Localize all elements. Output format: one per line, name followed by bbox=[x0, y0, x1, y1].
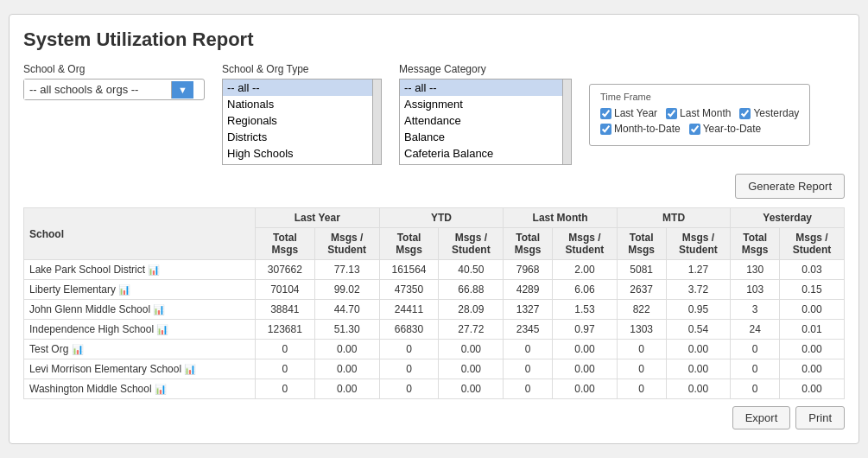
cell-lm-msgs: 0.00 bbox=[552, 340, 617, 359]
table-row: Independence High School 📊 123681 51.30 … bbox=[24, 320, 845, 340]
cell-yd-msgs: 0.01 bbox=[780, 320, 845, 340]
month-to-date-checkbox-label[interactable]: Month-to-Date bbox=[600, 123, 681, 135]
msg-item-attendance[interactable]: Attendance bbox=[400, 112, 562, 129]
table-body: Lake Park School District 📊 307662 77.13… bbox=[24, 260, 845, 399]
chart-icon[interactable]: 📊 bbox=[153, 304, 165, 315]
msg-item-assignment[interactable]: Assignment bbox=[400, 96, 562, 112]
chart-icon[interactable]: 📊 bbox=[156, 324, 168, 334]
cell-ly-total: 307662 bbox=[255, 260, 314, 280]
yesterday-checkbox-label[interactable]: Yesterday bbox=[739, 107, 799, 119]
school-org-type-listbox[interactable]: -- all -- Nationals Regionals Districts … bbox=[222, 79, 382, 165]
print-button[interactable]: Print bbox=[795, 406, 845, 429]
year-to-date-checkbox[interactable] bbox=[689, 124, 700, 135]
year-to-date-label: Year-to-Date bbox=[703, 123, 762, 135]
cell-lm-msgs: 0.00 bbox=[552, 359, 617, 379]
sub-ly-total: TotalMsgs bbox=[255, 228, 314, 260]
cell-ly-total: 123681 bbox=[255, 320, 314, 340]
cell-yd-total: 0 bbox=[731, 379, 780, 399]
listbox-item-nationals[interactable]: Nationals bbox=[223, 96, 372, 112]
cell-lm-msgs: 6.06 bbox=[552, 280, 617, 300]
cell-ytd-msgs: 0.00 bbox=[439, 359, 504, 379]
listbox-item-districts[interactable]: Districts bbox=[223, 129, 372, 145]
month-to-date-checkbox[interactable] bbox=[600, 124, 611, 135]
last-year-checkbox-label[interactable]: Last Year bbox=[600, 107, 657, 119]
school-org-input[interactable] bbox=[24, 80, 171, 99]
cell-ly-msgs: 44.70 bbox=[314, 300, 379, 320]
cell-school: John Glenn Middle School 📊 bbox=[24, 300, 256, 320]
yesterday-label: Yesterday bbox=[753, 107, 799, 119]
generate-report-button[interactable]: Generate Report bbox=[735, 174, 845, 199]
cell-yd-msgs: 0.15 bbox=[780, 280, 845, 300]
cell-ly-msgs: 0.00 bbox=[314, 340, 379, 359]
message-category-listbox[interactable]: -- all -- Assignment Attendance Balance … bbox=[399, 79, 572, 165]
last-year-checkbox[interactable] bbox=[600, 108, 611, 119]
listbox-item-all[interactable]: -- all -- bbox=[223, 80, 372, 96]
cell-ly-msgs: 0.00 bbox=[314, 359, 379, 379]
export-button[interactable]: Export bbox=[732, 406, 791, 429]
cell-mtd-msgs: 0.00 bbox=[666, 359, 731, 379]
cell-yd-msgs: 0.00 bbox=[780, 359, 845, 379]
school-org-dropdown-arrow[interactable]: ▼ bbox=[171, 81, 193, 99]
chart-icon[interactable]: 📊 bbox=[72, 344, 84, 354]
generate-btn-row: Generate Report bbox=[23, 174, 845, 199]
last-month-checkbox[interactable] bbox=[666, 108, 677, 119]
school-org-select-wrapper[interactable]: ▼ bbox=[23, 79, 205, 100]
sub-ytd-total: TotalMsgs bbox=[379, 228, 439, 260]
yesterday-checkbox[interactable] bbox=[739, 108, 751, 119]
message-category-filter: Message Category -- all -- Assignment At… bbox=[399, 63, 572, 165]
sub-ytd-msgs: Msgs /Student bbox=[439, 228, 504, 260]
table-row: John Glenn Middle School 📊 38841 44.70 2… bbox=[24, 300, 845, 320]
cell-lm-msgs: 0.97 bbox=[552, 320, 617, 340]
cell-ytd-total: 47350 bbox=[379, 280, 439, 300]
chart-icon[interactable]: 📊 bbox=[148, 264, 160, 275]
table-row: Washington Middle School 📊 0 0.00 0 0.00… bbox=[24, 379, 845, 399]
cell-mtd-total: 0 bbox=[617, 379, 666, 399]
cell-mtd-total: 0 bbox=[617, 359, 666, 379]
chart-icon[interactable]: 📊 bbox=[184, 364, 196, 374]
cell-ytd-msgs: 40.50 bbox=[439, 260, 504, 280]
cell-school: Test Org 📊 bbox=[24, 340, 256, 359]
timeframe-title: Time Frame bbox=[600, 92, 799, 102]
message-category-list[interactable]: -- all -- Assignment Attendance Balance … bbox=[400, 80, 562, 164]
listbox-item-high-schools[interactable]: High Schools bbox=[223, 145, 372, 162]
cell-ytd-total: 0 bbox=[379, 359, 439, 379]
cell-lm-msgs: 1.53 bbox=[552, 300, 617, 320]
cell-lm-msgs: 2.00 bbox=[552, 260, 617, 280]
cell-ytd-total: 66830 bbox=[379, 320, 439, 340]
table-row: Liberty Elementary 📊 70104 99.02 47350 6… bbox=[24, 280, 845, 300]
cell-mtd-total: 1303 bbox=[617, 320, 666, 340]
sub-mtd-total: TotalMsgs bbox=[617, 228, 666, 260]
msg-item-cafeteria-balance[interactable]: Cafeteria Balance bbox=[400, 145, 562, 162]
cell-ytd-msgs: 66.88 bbox=[439, 280, 504, 300]
cell-ly-total: 0 bbox=[255, 359, 314, 379]
sub-yd-msgs: Msgs /Student bbox=[780, 228, 845, 260]
cell-mtd-msgs: 3.72 bbox=[666, 280, 731, 300]
cell-school: Lake Park School District 📊 bbox=[24, 260, 256, 280]
chart-icon[interactable]: 📊 bbox=[155, 384, 167, 394]
cell-lm-total: 0 bbox=[504, 379, 553, 399]
school-org-type-list[interactable]: -- all -- Nationals Regionals Districts … bbox=[223, 80, 372, 164]
cell-mtd-total: 5081 bbox=[617, 260, 666, 280]
cell-school: Liberty Elementary 📊 bbox=[24, 280, 256, 300]
cell-ly-total: 38841 bbox=[255, 300, 314, 320]
chart-icon[interactable]: 📊 bbox=[118, 284, 130, 295]
sub-lm-msgs: Msgs /Student bbox=[552, 228, 617, 260]
cell-lm-total: 2345 bbox=[504, 320, 553, 340]
message-category-scrollbar[interactable] bbox=[562, 80, 571, 164]
cell-mtd-total: 2637 bbox=[617, 280, 666, 300]
cell-yd-total: 0 bbox=[731, 340, 780, 359]
bottom-buttons: Export Print bbox=[23, 406, 845, 429]
msg-item-all[interactable]: -- all -- bbox=[400, 80, 562, 96]
cell-yd-msgs: 0.00 bbox=[780, 300, 845, 320]
year-to-date-checkbox-label[interactable]: Year-to-Date bbox=[689, 123, 762, 135]
cell-lm-total: 0 bbox=[504, 359, 553, 379]
last-month-checkbox-label[interactable]: Last Month bbox=[666, 107, 731, 119]
school-org-type-scrollbar[interactable] bbox=[372, 80, 381, 164]
cell-yd-total: 24 bbox=[731, 320, 780, 340]
cell-ytd-total: 161564 bbox=[379, 260, 439, 280]
listbox-item-regionals[interactable]: Regionals bbox=[223, 112, 372, 129]
school-org-type-label: School & Org Type bbox=[222, 63, 382, 75]
msg-item-balance[interactable]: Balance bbox=[400, 129, 562, 145]
cell-lm-msgs: 0.00 bbox=[552, 379, 617, 399]
sub-yd-total: TotalMsgs bbox=[731, 228, 780, 260]
